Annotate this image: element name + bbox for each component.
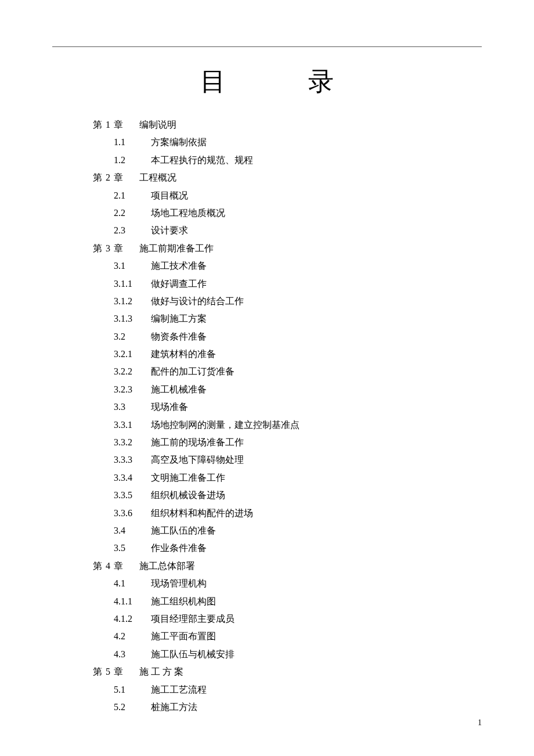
toc-entry: 2.2场地工程地质概况 (93, 204, 482, 222)
toc-subsection-num: 4.1.1 (114, 593, 151, 610)
toc-section-num: 3.5 (114, 539, 151, 557)
toc-subsection-text: 建筑材料的准备 (151, 349, 216, 359)
toc-entry: 3.4施工队伍的准备 (93, 522, 482, 539)
toc-section-text: 项目概况 (151, 190, 188, 200)
toc-subsection-text: 施工前的现场准备工作 (151, 437, 244, 447)
toc-section-text: 施工队伍与机械安排 (151, 649, 234, 659)
table-of-contents: 第 1 章编制说明1.1方案编制依据1.2本工程执行的规范、规程第 2 章工程概… (93, 116, 482, 716)
page-number: 1 (478, 718, 482, 728)
toc-section-text: 设计要求 (151, 225, 188, 235)
toc-section-num: 3.2 (114, 328, 151, 345)
toc-chapter-num: 第 3 章 (93, 240, 139, 257)
toc-entry: 第 5 章施 工 方 案 (93, 663, 482, 681)
toc-chapter-text: 工程概况 (139, 172, 176, 182)
toc-chapter-text: 施 工 方 案 (139, 667, 183, 676)
toc-subsection-num: 3.1.3 (114, 310, 151, 327)
toc-subsection-num: 3.1.1 (114, 275, 151, 293)
toc-chapter-text: 施工总体部署 (139, 561, 195, 571)
toc-chapter-num: 第 4 章 (93, 557, 139, 575)
toc-entry: 3.1.1做好调查工作 (93, 275, 482, 293)
toc-title: 目 录 (52, 64, 482, 99)
toc-chapter-num: 第 5 章 (93, 663, 139, 681)
toc-entry: 3.1.3编制施工方案 (93, 310, 482, 327)
toc-entry: 第 4 章施工总体部署 (93, 557, 482, 575)
toc-section-num: 3.3 (114, 398, 151, 416)
toc-subsection-text: 配件的加工订货准备 (151, 366, 234, 376)
toc-subsection-num: 4.1.2 (114, 610, 151, 628)
toc-entry: 4.3施工队伍与机械安排 (93, 646, 482, 663)
toc-subsection-text: 项目经理部主要成员 (151, 614, 234, 624)
toc-entry: 4.2施工平面布置图 (93, 628, 482, 645)
toc-section-num: 2.2 (114, 204, 151, 222)
toc-subsection-num: 3.3.5 (114, 487, 151, 504)
toc-entry: 第 3 章施工前期准备工作 (93, 240, 482, 257)
toc-entry: 3.3现场准备 (93, 398, 482, 416)
toc-subsection-num: 3.2.2 (114, 363, 151, 380)
toc-section-text: 本工程执行的规范、规程 (151, 155, 253, 165)
toc-section-num: 4.3 (114, 646, 151, 663)
toc-entry: 3.1.2做好与设计的结合工作 (93, 293, 482, 310)
toc-section-num: 3.4 (114, 522, 151, 539)
toc-subsection-text: 做好调查工作 (151, 279, 207, 289)
toc-section-text: 施工队伍的准备 (151, 525, 216, 535)
toc-subsection-text: 施工机械准备 (151, 384, 207, 394)
toc-entry: 4.1.1施工组织机构图 (93, 593, 482, 610)
toc-subsection-num: 3.2.1 (114, 345, 151, 363)
title-right: 录 (308, 67, 334, 96)
toc-subsection-num: 3.3.3 (114, 451, 151, 469)
toc-entry: 3.3.2施工前的现场准备工作 (93, 434, 482, 451)
toc-entry: 3.2.2配件的加工订货准备 (93, 363, 482, 380)
toc-chapter-num: 第 1 章 (93, 116, 139, 134)
toc-section-text: 现场准备 (151, 402, 188, 412)
toc-chapter-text: 施工前期准备工作 (139, 243, 214, 253)
toc-entry: 1.1方案编制依据 (93, 134, 482, 151)
toc-entry: 3.3.6组织材料和构配件的进场 (93, 505, 482, 522)
toc-section-text: 桩施工方法 (151, 702, 197, 712)
toc-subsection-text: 场地控制网的测量，建立控制基准点 (151, 420, 300, 430)
title-left: 目 (200, 67, 226, 96)
toc-entry: 3.3.5组织机械设备进场 (93, 487, 482, 504)
toc-entry: 4.1.2项目经理部主要成员 (93, 610, 482, 628)
toc-section-text: 物资条件准备 (151, 332, 207, 341)
toc-subsection-num: 3.2.3 (114, 381, 151, 398)
toc-subsection-num: 3.1.2 (114, 293, 151, 310)
toc-subsection-num: 3.3.1 (114, 416, 151, 434)
document-page: 目 录 第 1 章编制说明1.1方案编制依据1.2本工程执行的规范、规程第 2 … (0, 0, 534, 739)
toc-section-text: 现场管理机构 (151, 578, 207, 588)
toc-section-text: 方案编制依据 (151, 137, 207, 147)
toc-section-num: 5.1 (114, 681, 151, 699)
toc-entry: 1.2本工程执行的规范、规程 (93, 152, 482, 169)
toc-section-text: 施工技术准备 (151, 261, 207, 271)
toc-section-num: 1.2 (114, 152, 151, 169)
toc-section-num: 2.3 (114, 222, 151, 239)
toc-entry: 5.1施工工艺流程 (93, 681, 482, 699)
toc-subsection-text: 组织机械设备进场 (151, 490, 225, 500)
toc-entry: 2.1项目概况 (93, 187, 482, 204)
toc-entry: 3.3.1场地控制网的测量，建立控制基准点 (93, 416, 482, 434)
toc-entry: 3.5作业条件准备 (93, 539, 482, 557)
toc-subsection-text: 编制施工方案 (151, 314, 207, 323)
toc-subsection-text: 组织材料和构配件的进场 (151, 508, 253, 518)
toc-chapter-num: 第 2 章 (93, 169, 139, 186)
toc-chapter-text: 编制说明 (139, 120, 176, 129)
toc-entry: 3.2物资条件准备 (93, 328, 482, 345)
toc-entry: 4.1现场管理机构 (93, 575, 482, 592)
toc-entry: 3.2.1建筑材料的准备 (93, 345, 482, 363)
toc-section-num: 2.1 (114, 187, 151, 204)
toc-subsection-text: 施工组织机构图 (151, 596, 216, 606)
toc-entry: 3.1施工技术准备 (93, 257, 482, 275)
toc-subsection-text: 文明施工准备工作 (151, 473, 225, 483)
toc-entry: 第 2 章工程概况 (93, 169, 482, 186)
toc-subsection-num: 3.3.6 (114, 505, 151, 522)
toc-section-num: 4.2 (114, 628, 151, 645)
toc-section-text: 施工平面布置图 (151, 631, 216, 641)
toc-entry: 5.2桩施工方法 (93, 699, 482, 716)
toc-section-text: 施工工艺流程 (151, 685, 207, 694)
toc-section-text: 场地工程地质概况 (151, 208, 225, 218)
toc-subsection-num: 3.3.4 (114, 469, 151, 487)
toc-section-text: 作业条件准备 (151, 543, 207, 553)
toc-section-num: 4.1 (114, 575, 151, 592)
toc-section-num: 5.2 (114, 699, 151, 716)
toc-subsection-text: 高空及地下障碍物处理 (151, 455, 244, 465)
toc-subsection-text: 做好与设计的结合工作 (151, 296, 244, 306)
